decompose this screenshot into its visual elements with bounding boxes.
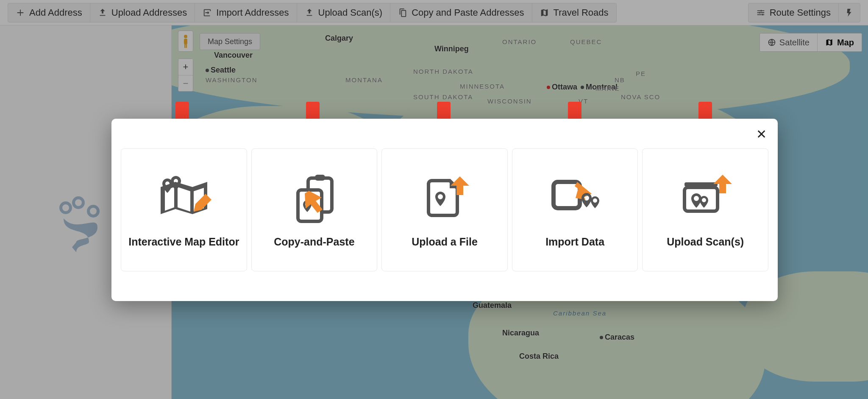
close-icon[interactable]: ✕ <box>756 128 767 141</box>
svg-rect-9 <box>315 175 325 181</box>
add-addresses-modal: ✕ Interactive Map Editor Copy-and-Paste <box>111 119 778 301</box>
clipboard-icon <box>287 172 342 223</box>
svg-rect-13 <box>684 182 718 187</box>
card-copy-and-paste[interactable]: Copy-and-Paste <box>251 148 378 271</box>
upload-scan-icon <box>678 172 733 223</box>
card-title: Upload a File <box>412 236 478 248</box>
card-title: Upload Scan(s) <box>667 236 744 248</box>
card-title: Copy-and-Paste <box>274 236 354 248</box>
card-interactive-map-editor[interactable]: Interactive Map Editor <box>121 148 247 271</box>
import-data-icon <box>548 172 603 223</box>
card-title: Interactive Map Editor <box>128 236 239 248</box>
upload-file-icon <box>417 172 472 223</box>
card-upload-file[interactable]: Upload a File <box>381 148 508 271</box>
map-editor-icon <box>156 172 211 223</box>
card-import-data[interactable]: Import Data <box>512 148 638 271</box>
card-title: Import Data <box>545 236 604 248</box>
card-upload-scans[interactable]: Upload Scan(s) <box>642 148 768 271</box>
